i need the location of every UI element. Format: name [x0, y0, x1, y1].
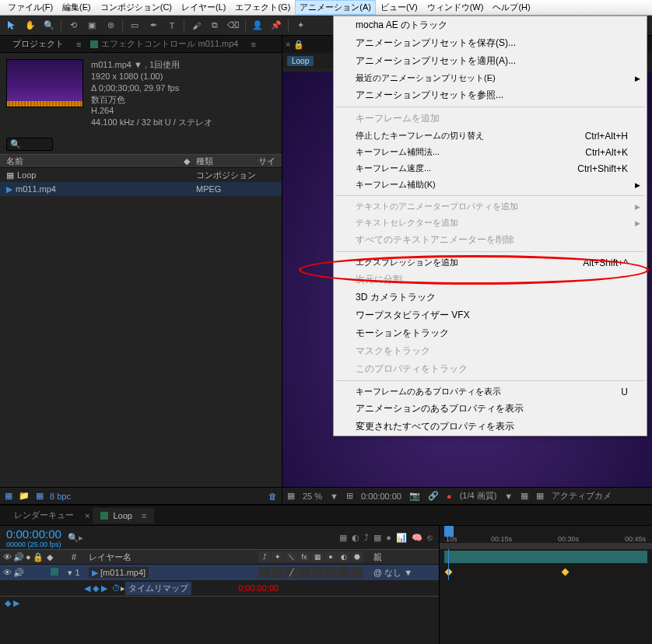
parent-dropdown[interactable]: なし [384, 568, 401, 577]
menu-effect[interactable]: エフェクト(G) [230, 0, 295, 15]
twirl-icon[interactable]: ▾ [68, 568, 72, 577]
menu-interpolation[interactable]: キーフレーム補間法...Ctrl+Alt+K [334, 144, 647, 160]
brain-icon[interactable]: 🧠 [412, 533, 422, 543]
rotate-tool[interactable]: ⟲ [66, 19, 80, 33]
parent-header[interactable]: 親 [367, 551, 439, 563]
num-header[interactable]: # [62, 552, 86, 562]
keyframe-icon[interactable] [562, 569, 570, 576]
camera-icon[interactable]: 📷 [409, 491, 420, 501]
solo-header-icon[interactable]: ● [26, 552, 31, 562]
motion-blur-icon[interactable]: ● [386, 533, 391, 543]
close-tab-icon[interactable]: × [286, 40, 290, 49]
menu-add-expression[interactable]: エクスプレッションを追加Alt+Shift+^ [334, 254, 647, 271]
adjust-switch[interactable]: ◐ [338, 551, 350, 562]
tab-loop[interactable]: Loop≡ [93, 508, 154, 523]
frame-blend-icon[interactable]: ▦ [373, 533, 381, 543]
magnify-icon[interactable]: ▦ [287, 491, 295, 501]
menu-reveal-modified[interactable]: 変更されたすべてのプロパティを表示 [334, 418, 647, 436]
trash-icon[interactable]: 🗑 [268, 492, 277, 501]
menu-view[interactable]: ビュー(V) [376, 0, 422, 15]
text-tool[interactable]: T [165, 19, 179, 33]
menu-kf-assist[interactable]: キーフレーム補助(K)▶ [334, 177, 647, 193]
snap-icon[interactable]: ⎋ [427, 533, 433, 543]
pen-tool[interactable]: ✒ [146, 19, 160, 33]
menu-apply-preset[interactable]: アニメーションプリセットを適用(A)... [334, 52, 647, 70]
resolution-icon[interactable]: ⊞ [346, 491, 353, 501]
eye-header-icon[interactable]: 👁 [3, 552, 12, 562]
col-label[interactable]: ◆ [177, 156, 196, 166]
menu-camera-track[interactable]: 3D カメラトラック [334, 289, 647, 306]
tab-project-menu-icon[interactable]: ≡ [76, 40, 81, 49]
toggle-switches-icon[interactable]: ◆ ▶ [5, 598, 19, 608]
menu-edit[interactable]: 編集(E) [58, 0, 96, 15]
work-area[interactable] [440, 543, 652, 549]
tab-project[interactable]: プロジェクト [5, 36, 72, 52]
brush-tool[interactable]: 🖌 [189, 19, 203, 33]
folder-icon[interactable]: 📁 [19, 491, 30, 501]
lock-icon[interactable]: 🔒 [293, 40, 304, 50]
hand-tool[interactable]: ✋ [23, 19, 37, 33]
timecode-display[interactable]: 0:00:00:00 [361, 492, 401, 501]
menu-window[interactable]: ウィンドウ(W) [422, 0, 489, 15]
menu-layer[interactable]: レイヤー(L) [177, 0, 230, 15]
color-icon[interactable]: ● [447, 492, 452, 501]
rect-tool[interactable]: ▭ [128, 19, 142, 33]
bpc-button[interactable]: 8 bpc [50, 492, 71, 501]
menu-velocity[interactable]: キーフレーム速度...Ctrl+Shift+K [334, 160, 647, 177]
menu-reveal-kf[interactable]: キーフレームのあるプロパティを表示U [334, 383, 647, 400]
col-size[interactable]: サイ [258, 156, 282, 167]
fx-switch[interactable]: fx [298, 551, 310, 562]
guides-icon[interactable]: ▦ [536, 491, 544, 501]
axis-tool[interactable]: ✦ [293, 19, 307, 33]
tab-effect-menu-icon[interactable]: ≡ [251, 40, 255, 49]
col-type[interactable]: 種類 [196, 156, 258, 167]
menu-file[interactable]: ファイル(F) [3, 0, 58, 15]
layer-row-1[interactable]: 👁 🔊 ▾ 1 ▶ [m011.mp4] ╱ @ なし ▼ [0, 565, 439, 580]
zoom-tool[interactable]: 🔍 [42, 19, 56, 33]
3d-switch[interactable]: ⬣ [351, 551, 363, 562]
mblur-switch[interactable]: ● [324, 551, 337, 562]
roto-tool[interactable]: 👤 [251, 19, 265, 33]
menu-reveal-anim[interactable]: アニメーションのあるプロパティを表示 [334, 400, 647, 418]
menu-warp-stab[interactable]: ワープスタビライザー VFX [334, 306, 647, 324]
menu-browse-presets[interactable]: アニメーションプリセットを参照... [334, 86, 647, 104]
zoom-level[interactable]: 25 % [303, 492, 322, 501]
layer-name-header[interactable]: レイヤー名 [86, 551, 258, 563]
quality-switch[interactable]: ＼ [285, 551, 297, 562]
tab-close-icon[interactable]: × [85, 511, 89, 520]
active-camera[interactable]: アクティブカメ [552, 490, 612, 502]
new-comp-icon[interactable]: ▦ [36, 491, 44, 501]
menu-help[interactable]: ヘルプ(H) [488, 0, 535, 15]
lock-header-icon[interactable]: 🔒 [33, 552, 44, 562]
menu-recent-presets[interactable]: 最近のアニメーションプリセット(E)▶ [334, 70, 647, 86]
puppet-tool[interactable]: 📌 [269, 19, 283, 33]
property-row-timeremap[interactable]: ◀ ◆ ▶ ⏱ ▸ タイムリマップ 0;00;00;00 [0, 580, 439, 596]
audio-header-icon[interactable]: 🔊 [13, 552, 24, 562]
eraser-tool[interactable]: ⌫ [226, 19, 240, 33]
project-search-input[interactable]: 🔍 [6, 138, 53, 151]
link-icon[interactable]: 🔗 [428, 491, 439, 501]
stopwatch-icon[interactable]: ⏱ [112, 583, 121, 593]
frameblend-switch[interactable]: ▦ [311, 551, 324, 562]
anchor-tool[interactable]: ⊚ [103, 19, 117, 33]
shy-switch[interactable]: ⤴ [258, 551, 271, 562]
pickwhip-icon[interactable]: @ [373, 568, 382, 577]
comp-mini-icon[interactable]: ▦ [339, 533, 347, 543]
menu-animation[interactable]: アニメーション(A) [295, 0, 376, 15]
grid-icon[interactable]: ▦ [521, 491, 528, 501]
audio-icon[interactable]: 🔊 [13, 568, 24, 578]
project-row-loop[interactable]: ▦Loop コンポジション [0, 168, 282, 182]
interpret-icon[interactable]: ▦ [5, 491, 12, 501]
graph-icon[interactable]: 📊 [396, 533, 407, 543]
shy-icon[interactable]: ⤴ [364, 533, 369, 543]
menu-motion-track[interactable]: モーションをトラック [334, 324, 647, 342]
comp-tab-label[interactable] [307, 43, 317, 46]
selection-tool[interactable] [5, 19, 19, 33]
quality-display[interactable]: (1/4 画質) [460, 490, 497, 502]
label-header[interactable]: ◆ [47, 552, 62, 562]
draft3d-icon[interactable]: ◐ [352, 533, 359, 543]
clone-tool[interactable]: ⧉ [208, 19, 222, 33]
project-row-m011[interactable]: ▶m011.mp4 MPEG [0, 182, 282, 196]
menu-save-preset[interactable]: アニメーションプリセットを保存(S)... [334, 34, 647, 52]
timeline-tracks[interactable]: 10s 00:15s 00:30s 00:45s [440, 526, 652, 644]
